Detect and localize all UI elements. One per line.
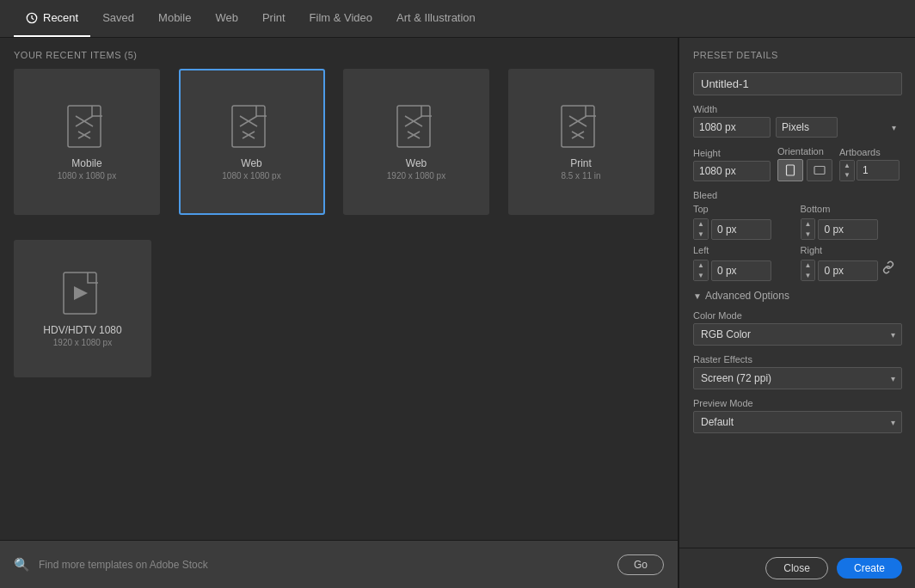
color-mode-label: Color Mode — [693, 310, 902, 321]
tab-print[interactable]: Print — [250, 0, 298, 37]
landscape-icon — [814, 165, 826, 175]
bleed-bottom-row: ▲ ▼ — [801, 218, 903, 240]
portrait-icon — [785, 164, 795, 176]
artboards-stepper: ▲ ▼ — [839, 160, 855, 181]
preset-name-input[interactable] — [693, 72, 902, 95]
bleed-top-up[interactable]: ▲ — [694, 219, 708, 230]
tab-saved[interactable]: Saved — [90, 0, 146, 37]
item-size-web2: 1920 x 1080 px — [387, 171, 445, 181]
preview-mode-label: Preview Mode — [693, 398, 902, 408]
grid-item-mobile[interactable]: Mobile 1080 x 1080 px — [14, 69, 160, 215]
width-label: Width — [693, 104, 902, 114]
bottom-bar: Close Create — [679, 548, 915, 588]
spacer — [0, 377, 678, 540]
svg-marker-22 — [74, 286, 88, 300]
items-grid-row2: HDV/HDTV 1080 1920 x 1080 px — [0, 231, 678, 377]
bleed-left-input[interactable] — [711, 260, 771, 281]
go-button[interactable]: Go — [617, 554, 664, 575]
bleed-right-up[interactable]: ▲ — [801, 260, 815, 271]
file-icon — [64, 104, 111, 157]
item-name-print: Print — [570, 157, 592, 169]
tab-recent[interactable]: Recent — [14, 0, 90, 37]
file-icon — [393, 104, 440, 157]
tab-web[interactable]: Web — [203, 0, 250, 37]
close-button[interactable]: Close — [765, 557, 828, 579]
bleed-bottom-input[interactable] — [818, 219, 878, 240]
height-input[interactable] — [693, 161, 771, 181]
landscape-button[interactable] — [807, 159, 832, 181]
color-mode-section: Color Mode RGB Color CMYK Color — [693, 310, 902, 346]
svg-rect-1 — [68, 106, 101, 147]
portrait-button[interactable] — [777, 159, 803, 181]
grid-item-web2[interactable]: Web 1920 x 1080 px — [343, 69, 489, 215]
svg-rect-23 — [787, 165, 795, 175]
create-button[interactable]: Create — [837, 558, 902, 579]
width-unit-select[interactable]: Pixels Inches Millimeters — [776, 117, 838, 138]
bleed-right-label: Right — [801, 245, 879, 255]
preview-mode-select-wrap: Default Pixel Overprint — [693, 411, 902, 433]
svg-rect-24 — [814, 167, 825, 175]
preset-details-panel: PRESET DETAILS Width Pixels Inches Milli… — [679, 38, 915, 548]
height-orientation-row: Height Orientation — [693, 146, 902, 181]
bleed-right-field: Right ▲ ▼ — [801, 245, 879, 281]
raster-effects-select[interactable]: Screen (72 ppi) Medium (150 ppi) High (3… — [693, 367, 902, 389]
item-size-hdv: 1920 x 1080 px — [53, 338, 112, 347]
bleed-right-down[interactable]: ▼ — [801, 271, 815, 281]
artboards-down-button[interactable]: ▼ — [840, 170, 854, 181]
artboards-up-button[interactable]: ▲ — [840, 161, 854, 171]
tab-film-video[interactable]: Film & Video — [298, 0, 384, 37]
bleed-right-stepper: ▲ ▼ — [801, 260, 816, 281]
bleed-left-up[interactable]: ▲ — [694, 260, 708, 271]
raster-effects-section: Raster Effects Screen (72 ppi) Medium (1… — [693, 354, 902, 389]
color-mode-select[interactable]: RGB Color CMYK Color — [693, 323, 902, 346]
artboards-label: Artboards — [839, 147, 900, 157]
bleed-left-down[interactable]: ▼ — [694, 271, 708, 281]
artboards-stepper-row: ▲ ▼ — [839, 160, 900, 181]
preview-mode-section: Preview Mode Default Pixel Overprint — [693, 398, 902, 433]
orientation-section: Orientation — [777, 146, 832, 181]
tab-mobile[interactable]: Mobile — [146, 0, 203, 37]
chevron-down-icon: ▼ — [693, 291, 702, 301]
bleed-bottom-field: Bottom ▲ ▼ — [801, 204, 903, 240]
search-icon: 🔍 — [14, 557, 30, 573]
file-icon — [228, 104, 275, 157]
item-name-web1: Web — [241, 157, 261, 169]
svg-rect-6 — [232, 106, 265, 147]
bleed-right-row: ▲ ▼ — [801, 260, 879, 281]
bleed-top-row: ▲ ▼ — [693, 218, 795, 240]
link-icon-wrap[interactable] — [881, 260, 895, 281]
item-name-web2: Web — [406, 157, 427, 169]
width-unit-select-wrap: Pixels Inches Millimeters — [776, 117, 902, 138]
file-icon — [557, 104, 605, 157]
left-panel: YOUR RECENT ITEMS (5) Mobile 1080 x 1080… — [0, 38, 679, 588]
item-size-mobile: 1080 x 1080 px — [58, 171, 116, 181]
height-label: Height — [693, 148, 771, 158]
color-mode-select-wrap: RGB Color CMYK Color — [693, 323, 902, 346]
search-input[interactable] — [39, 559, 609, 571]
grid-item-print[interactable]: Print 8.5 x 11 in — [508, 69, 654, 215]
search-bar: 🔍 Go — [0, 540, 678, 588]
bleed-bottom-label: Bottom — [801, 204, 903, 214]
grid-item-hdv[interactable]: HDV/HDTV 1080 1920 x 1080 px — [14, 240, 151, 377]
bleed-bottom-up[interactable]: ▲ — [801, 219, 815, 230]
tab-art-illustration[interactable]: Art & Illustration — [384, 0, 488, 37]
bleed-left-row: ▲ ▼ — [693, 260, 795, 281]
advanced-options-toggle[interactable]: ▼ Advanced Options — [693, 290, 902, 302]
section-header: YOUR RECENT ITEMS (5) — [0, 38, 678, 69]
preset-title: PRESET DETAILS — [693, 50, 902, 60]
bleed-top-input[interactable] — [711, 219, 771, 240]
bleed-left-field: Left ▲ ▼ — [693, 245, 795, 281]
bleed-right-input[interactable] — [818, 260, 878, 281]
bleed-bottom-down[interactable]: ▼ — [801, 230, 815, 240]
preview-mode-select[interactable]: Default Pixel Overprint — [693, 411, 902, 433]
raster-effects-select-wrap: Screen (72 ppi) Medium (150 ppi) High (3… — [693, 367, 902, 389]
grid-item-web1[interactable]: Web 1080 x 1080 px — [179, 69, 325, 215]
top-navigation: Recent Saved Mobile Web Print Film & Vid… — [0, 0, 915, 38]
artboards-section: Artboards ▲ ▼ — [839, 147, 900, 181]
right-panel: PRESET DETAILS Width Pixels Inches Milli… — [679, 38, 915, 588]
bleed-left-label: Left — [693, 245, 795, 255]
item-name-hdv: HDV/HDTV 1080 — [43, 324, 121, 336]
bleed-top-down[interactable]: ▼ — [694, 230, 708, 240]
width-input[interactable] — [693, 117, 771, 138]
artboards-input[interactable] — [857, 160, 900, 181]
